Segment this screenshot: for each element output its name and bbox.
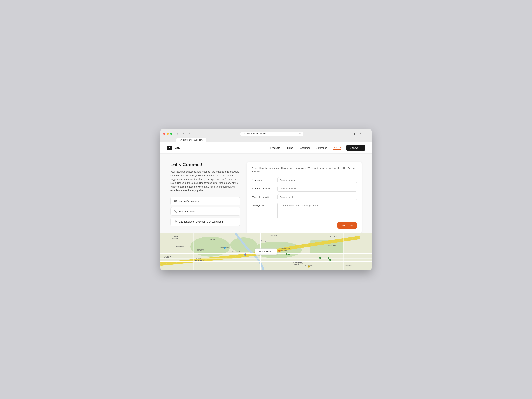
send-button[interactable]: Send Now — [337, 222, 357, 228]
browser-chrome: ⊞ ‹ › 🛡 teak.praveenjuge.com ↻ ⬆ ＋ ⧉ 🛡 t… — [160, 129, 372, 142]
svg-text:TED BUTTE: TED BUTTE — [164, 255, 171, 257]
page-content: Teak Products Pricing Resources Enterpri… — [160, 142, 372, 270]
svg-text:Austin: Austin — [260, 239, 270, 243]
svg-point-56 — [329, 259, 331, 261]
nav-link-pricing[interactable]: Pricing — [286, 146, 293, 149]
svg-point-57 — [308, 265, 310, 268]
logo[interactable]: Teak — [167, 146, 180, 150]
email-icon — [174, 200, 177, 203]
email-input[interactable] — [278, 186, 357, 191]
svg-point-53 — [288, 254, 290, 255]
tab-title: teak.praveenjuge.com — [183, 139, 203, 141]
url-text: teak.praveenjuge.com — [246, 133, 267, 135]
svg-text:TREEMONT: TREEMONT — [175, 245, 184, 247]
subject-label: What's this about? — [252, 194, 275, 198]
minimize-button[interactable] — [167, 133, 169, 135]
nav-links: Products Pricing Resources Enterprise Co… — [270, 146, 341, 150]
svg-point-0 — [169, 148, 170, 149]
close-button[interactable] — [163, 133, 165, 135]
email-contact-item: support@teak.com — [171, 197, 240, 205]
phone-icon — [174, 210, 177, 213]
address-bar-container: 🛡 teak.praveenjuge.com ↻ — [194, 132, 350, 136]
name-label: Your Name — [252, 177, 275, 181]
sidebar-toggle-button[interactable]: ⊞ — [175, 131, 180, 136]
page-description: Your thoughts, questions, and feedback a… — [171, 170, 240, 192]
svg-text:Municipal Pool: Municipal Pool — [197, 250, 204, 251]
svg-text:GOVALLE: GOVALLE — [345, 264, 352, 266]
form-footer: Send Now — [252, 222, 357, 228]
address-contact-item: 123 Teak Lane, Bookmark City, WebWorld — [171, 218, 240, 226]
tab-bar: 🛡 teak.praveenjuge.com — [163, 138, 369, 142]
nav-link-contact[interactable]: Contact — [332, 146, 341, 150]
address-bar[interactable]: 🛡 teak.praveenjuge.com ↻ — [240, 132, 304, 136]
subject-input[interactable] — [278, 194, 357, 200]
nav-link-enterprise[interactable]: Enterprise — [316, 146, 327, 149]
svg-point-1 — [174, 200, 177, 202]
message-field-row: Message Box — [252, 203, 357, 219]
nav-link-resources[interactable]: Resources — [298, 146, 310, 149]
svg-text:Fried Chicken: Fried Chicken — [281, 250, 287, 251]
subject-field-row: What's this about? — [252, 194, 357, 200]
refresh-icon[interactable]: ↻ — [299, 133, 301, 135]
svg-text:CAVE: CAVE — [174, 236, 178, 238]
address-value: 123 Teak Lane, Bookmark City, WebWorld — [179, 221, 223, 223]
svg-text:SHADOW: SHADOW — [196, 258, 202, 259]
new-tab-icon[interactable]: ＋ — [358, 131, 363, 136]
svg-text:📍: 📍 — [244, 254, 246, 255]
svg-text:HILLSIDE: HILLSIDE — [163, 257, 169, 259]
right-column: Please fill out the form below with your… — [247, 162, 361, 233]
browser-window: ⊞ ‹ › 🛡 teak.praveenjuge.com ↻ ⬆ ＋ ⧉ 🛡 t… — [160, 129, 372, 270]
svg-text:Greenbelt: Greenbelt — [330, 236, 337, 238]
svg-point-4 — [175, 221, 176, 222]
svg-text:E 7th St: E 7th St — [298, 263, 303, 264]
location-icon — [174, 220, 177, 223]
browser-nav-controls: ⊞ ‹ › — [175, 131, 192, 136]
phone-value: +123 456 7890 — [179, 210, 195, 213]
page-heading: Let's Connect! — [171, 162, 240, 167]
browser-actions: ⬆ ＋ ⧉ — [352, 131, 369, 136]
main-section: Let's Connect! Your thoughts, questions,… — [160, 154, 372, 233]
svg-text:Barton Springs: Barton Springs — [197, 248, 204, 250]
name-field-row: Your Name — [252, 177, 357, 183]
share-icon[interactable]: ⬆ — [352, 131, 357, 136]
svg-text:Gus's World Famous: Gus's World Famous — [280, 248, 290, 249]
svg-text:EAST AUSTIN: EAST AUSTIN — [328, 244, 338, 246]
svg-point-2 — [175, 201, 176, 202]
svg-point-52 — [286, 253, 288, 255]
nav-link-products[interactable]: Products — [270, 146, 280, 149]
map-section: CAVE WOODS TREEMONT TED BUTTE HILLSIDE S… — [160, 233, 372, 270]
forward-button[interactable]: › — [187, 131, 192, 136]
form-intro-text: Please fill out the form below with your… — [252, 167, 357, 174]
svg-text:Zilker Park: Zilker Park — [209, 239, 215, 240]
svg-text:Peter Pan Mini-Golf: Peter Pan Mini-Golf — [232, 251, 241, 252]
open-in-maps-button[interactable]: Open in Maps → — [255, 248, 277, 254]
svg-text:!: ! — [279, 250, 280, 252]
navbar: Teak Products Pricing Resources Enterpri… — [160, 142, 372, 154]
security-icon: 🛡 — [243, 133, 245, 135]
message-label: Message Box — [252, 203, 275, 207]
active-tab[interactable]: 🛡 teak.praveenjuge.com — [176, 138, 206, 142]
maximize-button[interactable] — [170, 133, 172, 135]
svg-text:LAWN HISTORIC: LAWN HISTORIC — [195, 260, 204, 261]
phone-contact-item: +123 456 7890 — [171, 207, 240, 216]
logo-text: Teak — [173, 146, 180, 150]
svg-point-54 — [319, 257, 321, 259]
svg-text:+: + — [225, 248, 226, 249]
left-column: Let's Connect! Your thoughts, questions,… — [171, 162, 240, 228]
contact-form-card: Please fill out the form below with your… — [247, 162, 361, 233]
email-field-row: Your Email Address — [252, 186, 357, 191]
message-textarea[interactable] — [278, 203, 357, 219]
email-label: Your Email Address — [252, 186, 275, 190]
svg-text:DISTRICT: DISTRICT — [196, 261, 202, 262]
tabs-icon[interactable]: ⧉ — [364, 131, 369, 136]
traffic-lights — [163, 133, 172, 135]
svg-text:WOODS: WOODS — [172, 238, 178, 240]
email-value: support@teak.com — [179, 200, 199, 203]
back-button[interactable]: ‹ — [181, 131, 186, 136]
signup-button[interactable]: Sign Up → — [346, 145, 365, 151]
svg-text:DISTRICT: DISTRICT — [270, 235, 277, 237]
svg-text:E 7th St: E 7th St — [298, 256, 303, 258]
name-input[interactable] — [278, 177, 357, 183]
tab-favicon: 🛡 — [180, 139, 182, 141]
svg-point-55 — [328, 257, 329, 259]
